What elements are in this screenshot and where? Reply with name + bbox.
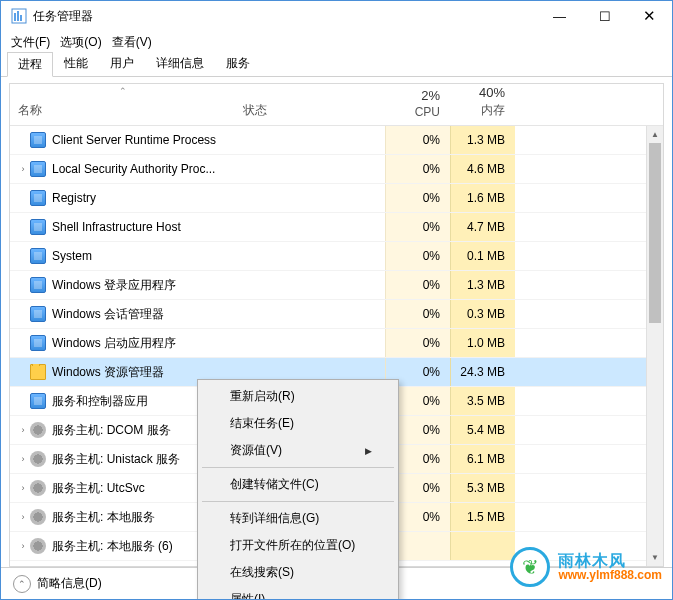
scrollbar-thumb[interactable] <box>649 143 661 323</box>
ctx-go-details[interactable]: 转到详细信息(G) <box>200 505 396 532</box>
process-row[interactable]: Windows 启动应用程序0%1.0 MB <box>10 329 663 358</box>
process-icon <box>30 422 46 438</box>
process-row[interactable]: System0%0.1 MB <box>10 242 663 271</box>
ctx-restart[interactable]: 重新启动(R) <box>200 383 396 410</box>
tab-details[interactable]: 详细信息 <box>145 51 215 76</box>
scrollbar[interactable]: ▲ ▼ <box>646 126 663 566</box>
process-row[interactable]: Client Server Runtime Process0%1.3 MB <box>10 126 663 155</box>
menu-options[interactable]: 选项(O) <box>60 34 101 51</box>
process-memory: 1.6 MB <box>450 184 515 212</box>
process-cpu: 0% <box>385 126 450 154</box>
menu-file[interactable]: 文件(F) <box>11 34 50 51</box>
process-cpu: 0% <box>385 184 450 212</box>
watermark-logo-icon: ❦ <box>510 547 550 587</box>
ctx-separator <box>202 501 394 502</box>
process-name: Windows 资源管理器 <box>52 364 164 381</box>
process-memory: 1.3 MB <box>450 271 515 299</box>
close-button[interactable]: ✕ <box>627 1 672 31</box>
process-memory: 3.5 MB <box>450 387 515 415</box>
process-name: 服务和控制器应用 <box>52 393 148 410</box>
expand-icon[interactable]: › <box>16 512 30 522</box>
process-icon <box>30 190 46 206</box>
watermark-brand: 雨林木风 <box>558 552 662 570</box>
process-name: Local Security Authority Proc... <box>52 162 215 176</box>
process-name: 服务主机: UtcSvc <box>52 480 145 497</box>
process-row[interactable]: Registry0%1.6 MB <box>10 184 663 213</box>
fewer-details-icon[interactable]: ⌃ <box>13 575 31 593</box>
process-icon <box>30 538 46 554</box>
process-row[interactable]: Windows 会话管理器0%0.3 MB <box>10 300 663 329</box>
process-name: Client Server Runtime Process <box>52 133 216 147</box>
column-name[interactable]: ⌃ 名称 <box>10 84 235 125</box>
expand-icon[interactable]: › <box>16 483 30 493</box>
expand-icon[interactable]: › <box>16 454 30 464</box>
column-cpu[interactable]: 2% CPU <box>385 84 450 125</box>
process-row[interactable]: Shell Infrastructure Host0%4.7 MB <box>10 213 663 242</box>
process-memory: 6.1 MB <box>450 445 515 473</box>
column-status[interactable]: 状态 <box>235 84 385 125</box>
process-row[interactable]: ›Local Security Authority Proc...0%4.6 M… <box>10 155 663 184</box>
minimize-button[interactable]: — <box>537 1 582 31</box>
column-name-label: 名称 <box>18 102 42 119</box>
tab-processes[interactable]: 进程 <box>7 52 53 77</box>
process-memory: 4.6 MB <box>450 155 515 183</box>
process-icon <box>30 277 46 293</box>
titlebar: 任务管理器 — ☐ ✕ <box>1 1 672 31</box>
scroll-up-icon[interactable]: ▲ <box>647 126 663 143</box>
cpu-percent: 2% <box>421 88 440 103</box>
menubar: 文件(F) 选项(O) 查看(V) <box>1 31 672 53</box>
column-memory-label: 内存 <box>481 102 505 119</box>
ctx-open-location[interactable]: 打开文件所在的位置(O) <box>200 532 396 559</box>
process-name: Shell Infrastructure Host <box>52 220 181 234</box>
menu-view[interactable]: 查看(V) <box>112 34 152 51</box>
watermark-text: 雨林木风 www.ylmf888.com <box>558 552 662 583</box>
window-controls: — ☐ ✕ <box>537 1 672 31</box>
submenu-arrow-icon: ▶ <box>365 446 372 456</box>
maximize-button[interactable]: ☐ <box>582 1 627 31</box>
svg-rect-3 <box>20 15 22 21</box>
process-name: 服务主机: 本地服务 <box>52 509 155 526</box>
process-name: Windows 会话管理器 <box>52 306 164 323</box>
tab-services[interactable]: 服务 <box>215 51 261 76</box>
process-memory: 0.3 MB <box>450 300 515 328</box>
tab-performance[interactable]: 性能 <box>53 51 99 76</box>
expand-icon[interactable]: › <box>16 164 30 174</box>
ctx-properties[interactable]: 属性(I) <box>200 586 396 600</box>
process-memory: 5.4 MB <box>450 416 515 444</box>
process-cpu: 0% <box>385 242 450 270</box>
process-memory: 1.0 MB <box>450 329 515 357</box>
process-name: Registry <box>52 191 96 205</box>
column-memory[interactable]: 40% 内存 <box>450 84 515 125</box>
process-cpu: 0% <box>385 300 450 328</box>
context-menu: 重新启动(R) 结束任务(E) 资源值(V)▶ 创建转储文件(C) 转到详细信息… <box>197 379 399 600</box>
expand-icon[interactable]: › <box>16 541 30 551</box>
process-memory: 0.1 MB <box>450 242 515 270</box>
process-icon <box>30 335 46 351</box>
ctx-resource-values[interactable]: 资源值(V)▶ <box>200 437 396 464</box>
svg-rect-1 <box>14 13 16 21</box>
ctx-search-online[interactable]: 在线搜索(S) <box>200 559 396 586</box>
process-name: 服务主机: 本地服务 (6) <box>52 538 173 555</box>
process-memory: 4.7 MB <box>450 213 515 241</box>
fewer-details-label[interactable]: 简略信息(D) <box>37 575 102 592</box>
expand-icon[interactable]: › <box>16 425 30 435</box>
ctx-separator <box>202 467 394 468</box>
process-row[interactable]: Windows 登录应用程序0%1.3 MB <box>10 271 663 300</box>
ctx-end-task[interactable]: 结束任务(E) <box>200 410 396 437</box>
process-name: System <box>52 249 92 263</box>
column-headers: ⌃ 名称 状态 2% CPU 40% 内存 <box>10 84 663 126</box>
watermark-url: www.ylmf888.com <box>558 569 662 582</box>
process-cpu: 0% <box>385 329 450 357</box>
tab-users[interactable]: 用户 <box>99 51 145 76</box>
process-cpu: 0% <box>385 213 450 241</box>
ctx-create-dump[interactable]: 创建转储文件(C) <box>200 471 396 498</box>
process-icon <box>30 248 46 264</box>
process-icon <box>30 161 46 177</box>
process-cpu: 0% <box>385 155 450 183</box>
process-icon <box>30 509 46 525</box>
process-name: 服务主机: DCOM 服务 <box>52 422 171 439</box>
process-name: Windows 启动应用程序 <box>52 335 176 352</box>
tabbar: 进程 性能 用户 详细信息 服务 <box>1 53 672 77</box>
column-cpu-label: CPU <box>415 105 440 119</box>
svg-rect-2 <box>17 11 19 21</box>
